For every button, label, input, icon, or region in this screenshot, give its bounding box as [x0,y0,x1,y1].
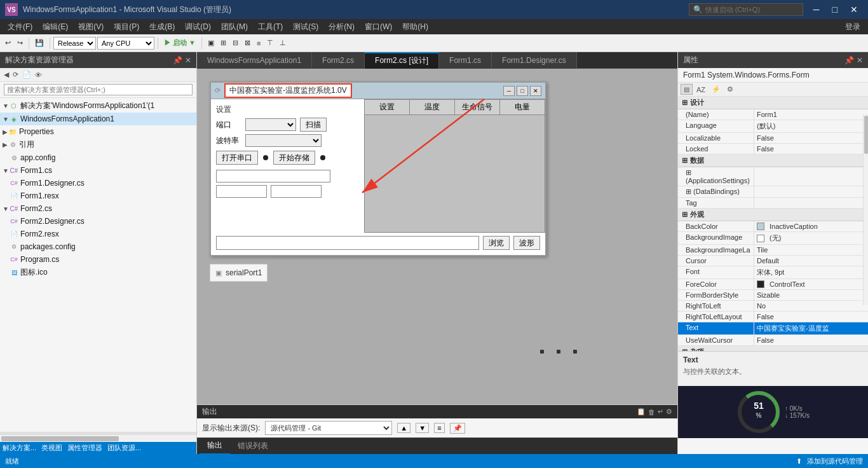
inner-tab-power[interactable]: 电量 [500,100,545,114]
props-sort-alpha-btn[interactable]: AZ [694,84,708,95]
form-restore-btn[interactable]: □ [517,86,528,96]
resize-handle-bm[interactable] [557,350,560,354]
bottom-tab-output[interactable]: 输出 [200,438,230,455]
se-scrollbar[interactable] [0,434,196,442]
tab-app[interactable]: WindowsFormsApplication1 [197,52,312,69]
quick-search[interactable]: 🔍 [689,3,803,16]
inner-tab-life[interactable]: 生命信号 [455,100,500,114]
props-scrollbar[interactable] [863,114,868,305]
prop-font[interactable]: Font宋体, 9pt [678,266,868,279]
se-showall-btn[interactable]: 👁 [34,70,43,80]
wave-button[interactable]: 波形 [513,236,540,250]
menu-file[interactable]: 文件(F) [3,20,37,34]
toolbar-btn-4[interactable]: ⊠ [242,38,253,48]
se-props-btn[interactable]: 📄 [21,69,32,80]
source-control-label[interactable]: 添加到源代码管理 [807,457,863,466]
prop-section-data[interactable]: ⊞ 数据 [678,155,868,167]
prop-section-appearance[interactable]: ⊞ 外观 [678,209,868,221]
start-button[interactable]: ▶ 启动 ▼ [161,37,198,49]
prop-text[interactable]: Text中国赛宝实验室-温度监 [678,322,868,335]
toolbar-btn-6[interactable]: ⊤ [264,38,276,48]
close-button[interactable]: ✕ [845,3,863,16]
menu-team[interactable]: 团队(M) [216,20,253,34]
se-collapse-btn[interactable]: ◀ [3,69,10,80]
props-scrollbar-thumb[interactable] [864,116,868,154]
scan-button[interactable]: 扫描 [300,118,327,132]
menu-test[interactable]: 测试(S) [288,20,323,34]
tree-solution[interactable]: ▼ ⬡ 解决方案'WindowsFormsApplication1'(1 [0,99,196,113]
prop-tag[interactable]: Tag [678,198,868,209]
prop-bgimagelayout[interactable]: BackgroundImageLaTile [678,245,868,256]
tab-form2design[interactable]: Form2.cs [设计] [365,52,439,69]
props-btn-1[interactable]: ⚡ [709,84,723,95]
output-up-btn[interactable]: ▲ [397,423,410,433]
browse-button[interactable]: 浏览 [483,236,510,250]
output-list-btn[interactable]: ≡ [434,423,444,433]
prop-appsettings[interactable]: ⊞ (ApplicationSettings) [678,167,868,186]
se-footer-solution[interactable]: 解决方案... [3,443,36,453]
toolbar-btn-2[interactable]: ⊞ [218,38,229,48]
se-close-icon[interactable]: ✕ [185,56,191,65]
toolbar-btn-3[interactable]: ⊟ [230,38,241,48]
output-wrap-btn[interactable]: ↵ [658,408,663,416]
start-save-button[interactable]: 开始存储 [273,151,315,165]
prop-localizable[interactable]: LocalizableFalse [678,133,868,144]
toolbar-redo[interactable]: ↪ [15,38,25,48]
tree-form1resx[interactable]: 📄 Form1.resx [0,189,196,202]
se-search-input[interactable] [4,84,193,95]
inner-tab-settings[interactable]: 设置 [365,100,410,114]
output-down-btn[interactable]: ▼ [416,423,429,433]
menu-analyze[interactable]: 分析(N) [323,20,360,34]
output-clear-btn[interactable]: 🗑 [648,408,655,416]
tree-programcs[interactable]: C# Program.cs [0,253,196,266]
se-refresh-btn[interactable]: ⟳ [11,69,20,80]
maximize-button[interactable]: □ [827,3,843,16]
tree-appconfig[interactable]: ⚙ app.config [0,151,196,164]
se-footer-class[interactable]: 类视图 [41,443,62,453]
tree-properties[interactable]: ▶ 📁 Properties [0,125,196,138]
prop-language[interactable]: Language(默认) [678,120,868,133]
menu-debug[interactable]: 调试(D) [180,20,216,34]
menu-build[interactable]: 生成(B) [144,20,180,34]
prop-locked[interactable]: LockedFalse [678,144,868,155]
tree-form1designer[interactable]: C# Form1.Designer.cs [0,177,196,189]
output-copy-btn[interactable]: 📋 [637,408,646,416]
platform-selector[interactable]: Any CPU x64 [97,37,154,50]
text-input-3[interactable] [271,185,322,198]
se-footer-team[interactable]: 团队资源... [107,443,141,453]
tab-form2cs[interactable]: Form2.cs [312,52,365,69]
prop-section-design[interactable]: ⊞ 设计 [678,97,868,109]
se-pin-icon[interactable]: 📌 [173,56,182,65]
tree-form2resx[interactable]: 📄 Form2.resx [0,228,196,240]
port-select[interactable] [245,118,296,131]
prop-name[interactable]: (Name)Form1 [678,109,868,120]
form-minimize-btn[interactable]: ─ [503,86,515,96]
tree-references[interactable]: ▶ ⚙ 引用 [0,138,196,151]
toolbar-undo[interactable]: ↩ [3,38,13,48]
resize-handle-bl[interactable] [540,350,544,354]
config-selector[interactable]: Release Debug [53,37,96,50]
toolbar-btn-7[interactable]: ⊥ [277,38,288,48]
toolbar-save-all[interactable]: 💾 [32,38,46,48]
resize-handle-br[interactable] [573,350,577,354]
tree-ico[interactable]: 🖼 图标.ico [0,266,196,279]
output-pin-btn[interactable]: 📌 [450,423,465,434]
tree-form2cs[interactable]: ▼ C# Form2.cs [0,202,196,215]
tree-form2designer[interactable]: C# Form2.Designer.cs [0,215,196,228]
toolbar-btn-5[interactable]: ≡ [254,38,263,48]
prop-rtllayout[interactable]: RightToLeftLayoutFalse [678,312,868,322]
toolbar-btn-1[interactable]: ▣ [205,38,217,48]
prop-section-misc[interactable]: ⊞ 杂项 [678,346,868,351]
bottom-tab-errors[interactable]: 错误列表 [230,438,276,455]
props-sort-cat-btn[interactable]: ▤ [681,84,693,95]
prop-forecolor[interactable]: ForeColorControlText [678,279,868,290]
baudrate-select[interactable] [245,134,322,147]
props-pin-icon[interactable]: 📌 [844,56,854,65]
prop-righttoleft[interactable]: RightToLeftNo [678,301,868,312]
menu-window[interactable]: 窗口(W) [360,20,397,34]
output-source-select[interactable]: 源代码管理 - Git 调试 生成 [265,421,392,435]
prop-usewaitcursor[interactable]: UseWaitCursorFalse [678,335,868,346]
se-footer-props[interactable]: 属性管理器 [67,443,102,453]
menu-help[interactable]: 帮助(H) [397,20,433,34]
props-btn-2[interactable]: ⚙ [724,84,736,95]
